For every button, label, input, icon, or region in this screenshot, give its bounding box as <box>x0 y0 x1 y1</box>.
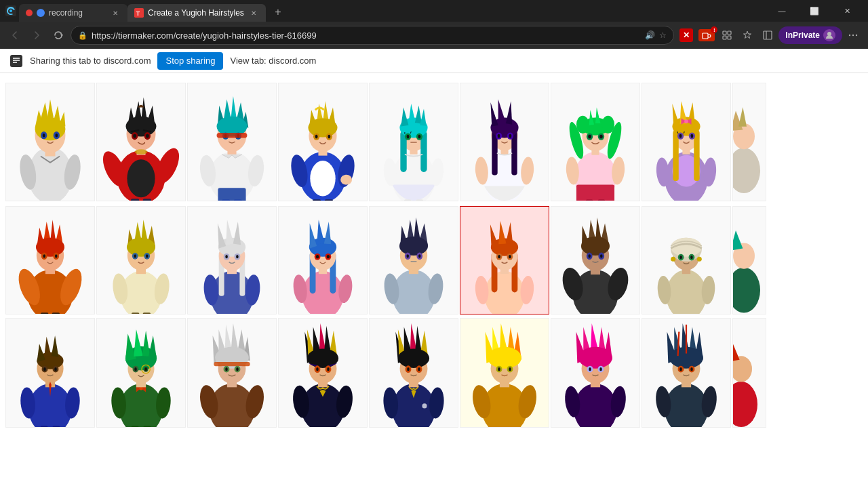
char-cell-3-8[interactable] <box>642 318 731 428</box>
char-cell-3-7[interactable] <box>551 318 640 428</box>
char-cell-3-3[interactable] <box>187 318 277 428</box>
tab1-close[interactable]: ✕ <box>110 7 121 18</box>
svg-point-282 <box>690 256 693 259</box>
svg-point-139 <box>599 135 603 139</box>
char-2-2-svg <box>97 207 185 314</box>
svg-marker-311 <box>125 333 136 361</box>
inprivate-button[interactable]: InPrivate <box>778 26 842 44</box>
char-cell-2-7[interactable] <box>551 206 640 314</box>
svg-marker-220 <box>310 224 317 249</box>
char-cell-1-9[interactable] <box>732 83 766 201</box>
view-tab-button[interactable]: View tab: discord.com <box>230 56 316 66</box>
char-1-2-svg <box>97 83 185 201</box>
char-cell-3-6[interactable] <box>460 318 549 428</box>
char-2-8-svg <box>642 207 730 314</box>
svg-rect-89 <box>325 199 333 201</box>
char-cell-2-2[interactable] <box>96 206 186 314</box>
inprivate-avatar <box>823 29 835 41</box>
collections-button[interactable] <box>717 26 736 45</box>
svg-marker-421 <box>733 338 740 362</box>
recording-indicator <box>26 9 33 16</box>
new-tab-button[interactable]: + <box>269 3 288 22</box>
char-cell-1-4[interactable] <box>278 83 368 201</box>
tab-recording[interactable]: recording ✕ <box>19 4 127 22</box>
svg-point-82 <box>308 118 337 137</box>
svg-rect-70 <box>222 199 230 201</box>
svg-rect-320 <box>132 426 139 427</box>
char-cell-2-3[interactable] <box>187 206 277 314</box>
refresh-button[interactable] <box>49 26 68 45</box>
forward-button[interactable] <box>27 26 46 45</box>
char-cell-1-1[interactable] <box>5 83 95 201</box>
restore-button[interactable]: ⬜ <box>799 0 830 22</box>
extensions-red-button[interactable]: ! <box>697 26 716 45</box>
char-cell-2-1[interactable] <box>5 206 95 314</box>
char-cell-3-4[interactable] <box>278 318 368 428</box>
svg-point-86 <box>328 135 330 139</box>
sidebar-icon <box>763 30 772 40</box>
char-cell-2-4[interactable] <box>278 206 368 314</box>
svg-point-31 <box>43 134 45 138</box>
char-cell-1-2[interactable] <box>96 83 186 201</box>
char-3-4-svg <box>279 319 367 427</box>
char-cell-2-9[interactable] <box>732 206 766 314</box>
svg-rect-5 <box>728 31 731 35</box>
sidebar-button[interactable] <box>758 26 777 45</box>
svg-marker-250 <box>498 221 506 244</box>
char-cell-2-6[interactable] <box>460 206 549 314</box>
back-button[interactable] <box>5 26 24 45</box>
characters-section <box>0 73 868 430</box>
svg-marker-206 <box>226 220 233 245</box>
svg-point-265 <box>581 237 610 256</box>
svg-point-239 <box>406 254 409 258</box>
svg-point-297 <box>43 367 46 371</box>
char-2-3-svg <box>188 207 276 314</box>
svg-marker-117 <box>498 99 506 123</box>
star-icon <box>743 30 752 40</box>
svg-point-240 <box>418 254 421 258</box>
svg-point-269 <box>600 254 603 258</box>
url-input[interactable] <box>92 30 641 41</box>
char-cell-1-6[interactable] <box>460 83 549 201</box>
settings-button[interactable] <box>844 26 863 45</box>
char-1-3-svg <box>188 83 276 201</box>
char-cell-1-3[interactable] <box>187 83 277 201</box>
svg-point-212 <box>302 271 343 314</box>
close-button[interactable]: ✕ <box>831 0 863 22</box>
svg-point-281 <box>679 256 682 259</box>
char-cell-3-5[interactable] <box>369 318 458 428</box>
char-cell-2-5[interactable] <box>369 206 458 314</box>
svg-point-28 <box>35 117 66 140</box>
tab2-close[interactable]: ✕ <box>248 7 259 18</box>
red-x-extension-button[interactable]: ✕ <box>677 26 696 45</box>
char-cell-2-8[interactable] <box>642 206 731 314</box>
favorites-icon[interactable]: ☆ <box>659 30 667 40</box>
char-cell-3-9[interactable] <box>732 318 766 428</box>
svg-rect-140 <box>586 199 593 201</box>
svg-point-177 <box>43 254 45 258</box>
minimize-button[interactable]: — <box>766 0 797 22</box>
tab-yugioh[interactable]: T Create a Yugioh Hairstyles ✕ <box>127 4 266 22</box>
svg-marker-101 <box>420 108 426 125</box>
char-cell-3-1[interactable] <box>5 318 95 428</box>
svg-point-36 <box>127 159 155 197</box>
char-cell-1-5[interactable] <box>369 83 458 201</box>
svg-rect-179 <box>41 312 48 314</box>
stop-sharing-button[interactable]: Stop sharing <box>157 52 223 70</box>
svg-text:T: T <box>136 10 140 17</box>
char-cell-1-8[interactable] <box>642 83 731 201</box>
nav-right: ✕ ! <box>677 26 863 45</box>
address-bar[interactable]: 🔒 🔊 ☆ <box>71 26 674 45</box>
char-cell-3-2[interactable] <box>96 318 186 428</box>
favorites-star-button[interactable] <box>738 26 757 45</box>
svg-point-156 <box>679 134 682 138</box>
svg-rect-124 <box>576 185 614 201</box>
svg-point-388 <box>509 367 511 371</box>
svg-marker-285 <box>733 230 743 251</box>
char-cell-1-7[interactable] <box>551 83 640 201</box>
svg-point-319 <box>144 367 147 371</box>
char-3-1-svg <box>6 319 94 427</box>
read-aloud-icon: 🔊 <box>645 30 655 40</box>
tab1-title: recording <box>49 8 106 18</box>
char-3-5-svg <box>370 319 458 427</box>
